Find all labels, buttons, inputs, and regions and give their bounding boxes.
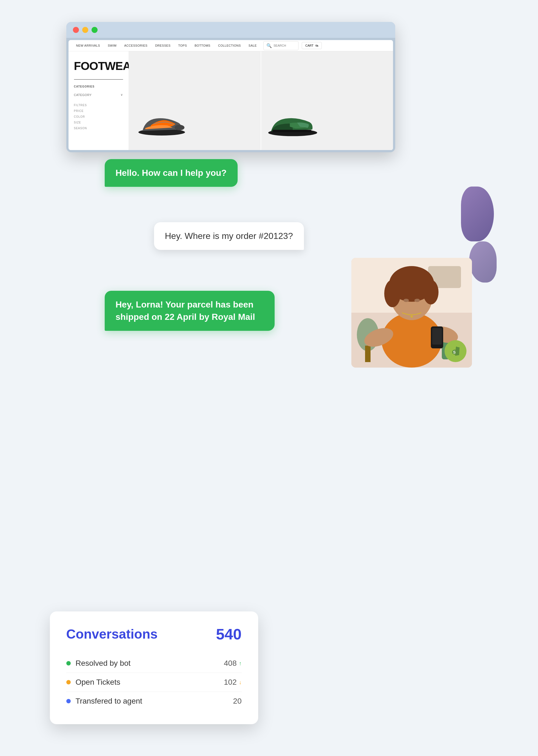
svg-point-19 <box>404 299 409 302</box>
chat-user-bubble: Hey. Where is my order #20123? <box>154 222 304 250</box>
search-icon: 🔍 <box>266 43 272 48</box>
shop-content: FOOTWEAR CATEGORIES CATEGORY ∨ FILTRES P… <box>69 51 393 150</box>
decorative-blob-1 <box>461 187 494 241</box>
filters-label: FILTRES <box>74 104 123 107</box>
nav-dresses[interactable]: DRESSES <box>152 40 174 51</box>
svg-rect-22 <box>432 328 442 345</box>
close-button-dot[interactable] <box>73 27 79 33</box>
nav-tops[interactable]: TOPS <box>175 40 190 51</box>
product-card-2[interactable] <box>261 51 393 150</box>
svg-point-23 <box>410 315 413 318</box>
shopify-badge: S <box>445 340 466 362</box>
main-container: NEW ARRIVALS SWIM ACCESSORIES DRESSES TO… <box>50 22 488 735</box>
arrow-up-icon: ↑ <box>239 660 242 666</box>
svg-point-20 <box>414 299 420 302</box>
search-input[interactable] <box>274 44 296 47</box>
person-photo: S <box>351 258 472 368</box>
stats-value-open: 102 ↓ <box>224 678 242 687</box>
cart-label: CART <box>305 44 313 47</box>
stats-label-transferred: Transfered to agent <box>76 697 142 706</box>
nav-swim[interactable]: SWIM <box>104 40 120 51</box>
svg-rect-7 <box>365 346 371 362</box>
nav-search-box[interactable]: 🔍 <box>263 41 298 50</box>
category-select[interactable]: CATEGORY ∨ <box>74 91 123 98</box>
browser-titlebar <box>66 22 395 38</box>
nav-new-arrivals[interactable]: NEW ARRIVALS <box>73 40 104 51</box>
minimize-button-dot[interactable] <box>82 27 88 33</box>
product-card-1[interactable] <box>129 51 261 150</box>
stats-value-transferred: 20 <box>233 697 242 706</box>
svg-point-1 <box>175 125 185 130</box>
dot-blue-transferred <box>66 699 71 703</box>
cart-icon: 🛍 <box>315 44 318 47</box>
svg-text:S: S <box>453 350 456 354</box>
categories-label: CATEGORIES <box>74 85 123 88</box>
stats-total: 540 <box>216 625 242 643</box>
stats-row-transferred-left: Transfered to agent <box>66 697 142 706</box>
product-grid <box>129 51 393 150</box>
browser-window: NEW ARRIVALS SWIM ACCESSORIES DRESSES TO… <box>66 22 395 152</box>
stats-label-open: Open Tickets <box>76 678 120 687</box>
chat-bot-bubble-2: Hey, Lorna! Your parcel has been shipped… <box>105 291 275 331</box>
chevron-down-icon: ∨ <box>121 93 123 96</box>
svg-rect-3 <box>272 130 311 132</box>
dot-green-resolved <box>66 661 71 665</box>
stats-row-transferred: Transfered to agent 20 <box>66 692 242 711</box>
maximize-button-dot[interactable] <box>91 27 98 33</box>
shoe-green-image <box>264 106 321 139</box>
stats-row-resolved: Resolved by bot 408 ↑ <box>66 654 242 673</box>
stats-row-resolved-left: Resolved by bot <box>66 659 131 668</box>
person-body-bg: S <box>351 258 472 368</box>
filter-color[interactable]: COLOR <box>74 115 123 118</box>
nav-sale[interactable]: SALE <box>245 40 260 51</box>
stats-title: Conversations <box>66 627 158 642</box>
stats-row-open-left: Open Tickets <box>66 678 120 687</box>
svg-point-17 <box>384 280 401 307</box>
stats-row-open: Open Tickets 102 ↓ <box>66 673 242 692</box>
decorative-blob-2 <box>469 241 497 283</box>
nav-collections[interactable]: COLLECTIONS <box>215 40 244 51</box>
stats-label-resolved: Resolved by bot <box>76 659 131 668</box>
filter-price[interactable]: PRICE <box>74 109 123 112</box>
browser-content: NEW ARRIVALS SWIM ACCESSORIES DRESSES TO… <box>69 40 393 150</box>
sidebar: FOOTWEAR CATEGORIES CATEGORY ∨ FILTRES P… <box>69 51 129 150</box>
stats-header: Conversations 540 <box>66 625 242 643</box>
svg-point-18 <box>423 280 439 304</box>
nav-bottoms[interactable]: BOTTOMS <box>191 40 214 51</box>
arrow-down-icon: ↓ <box>239 679 242 685</box>
category-label: CATEGORY <box>74 93 92 96</box>
filter-season[interactable]: SEASON <box>74 127 123 130</box>
shoe-orange-image <box>134 106 189 139</box>
page-title: FOOTWEAR <box>74 60 123 73</box>
chat-bot-bubble-1: Hello. How can I help you? <box>105 159 238 187</box>
stats-card: Conversations 540 Resolved by bot 408 ↑ … <box>50 611 258 724</box>
sidebar-divider <box>74 79 123 80</box>
filters-section: FILTRES PRICE COLOR SIZE SEASON <box>74 104 123 130</box>
filter-size[interactable]: SIZE <box>74 121 123 124</box>
nav-accessories[interactable]: ACCESSORIES <box>121 40 151 51</box>
nav-cart[interactable]: CART 🛍 <box>302 42 322 49</box>
dot-orange-open <box>66 680 71 684</box>
shopify-logo: S <box>449 345 462 358</box>
stats-value-resolved: 408 ↑ <box>224 659 242 668</box>
nav-bar: NEW ARRIVALS SWIM ACCESSORIES DRESSES TO… <box>69 40 393 51</box>
